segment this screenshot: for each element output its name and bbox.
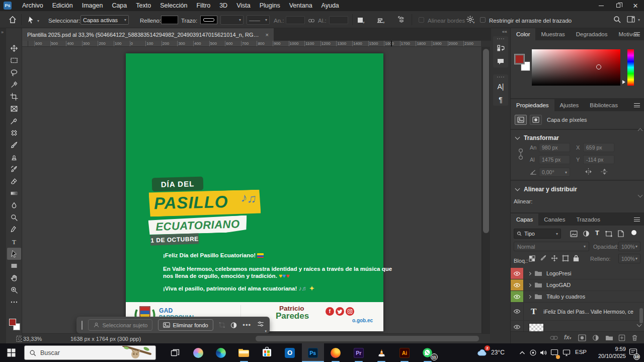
- history-panel-icon[interactable]: [497, 44, 505, 53]
- menu-vista[interactable]: Vista: [232, 0, 255, 11]
- scroll-down-icon[interactable]: [638, 193, 643, 198]
- tray-app-icon[interactable]: [550, 349, 558, 358]
- restringir-checkbox[interactable]: [480, 17, 486, 23]
- transform-y-field[interactable]: -114 px: [583, 155, 614, 164]
- vertical-scrollbar[interactable]: [481, 47, 490, 333]
- dock-drag-handle[interactable]: [497, 38, 504, 39]
- menu-archivo[interactable]: Archivo: [18, 0, 48, 11]
- stroke-width-dropdown[interactable]: ▾: [220, 15, 244, 25]
- type-tool[interactable]: T: [7, 236, 21, 248]
- filter-smart-object-icon[interactable]: [618, 230, 624, 237]
- minimize-button[interactable]: [593, 0, 610, 11]
- close-button[interactable]: ✕: [627, 0, 644, 11]
- tab-layers-canales[interactable]: Canales: [538, 213, 571, 226]
- healing-brush-tool[interactable]: [7, 127, 21, 139]
- tab-props-ajustes[interactable]: Ajustes: [554, 99, 585, 111]
- group-expand-icon[interactable]: [528, 271, 531, 275]
- tray-network-icon[interactable]: [562, 349, 571, 356]
- workspace-caret[interactable]: ▾: [638, 18, 640, 22]
- properties-panel-menu-icon[interactable]: [634, 103, 640, 107]
- adjustments-icon[interactable]: [230, 321, 237, 329]
- menu-3d[interactable]: 3D: [215, 0, 232, 11]
- properties-sliders-icon[interactable]: ▾: [257, 320, 265, 330]
- add-mask-icon[interactable]: [578, 334, 586, 341]
- layer-visibility-toggle[interactable]: [511, 268, 524, 279]
- pixel-layer-filter-icon[interactable]: [515, 115, 527, 125]
- tab-color-degradados[interactable]: Degradados: [571, 28, 613, 40]
- new-group-icon[interactable]: [605, 335, 613, 341]
- link-dimensions-icon[interactable]: [308, 17, 315, 26]
- layer-row-logogad[interactable]: LogoGAD: [511, 279, 644, 291]
- lock-position-icon[interactable]: [551, 255, 558, 262]
- ruler-origin-corner[interactable]: [22, 41, 28, 47]
- object-selection-tool[interactable]: [7, 79, 21, 91]
- document-tab[interactable]: Plantilla 2025.psd al 33,3% (504664122_5…: [22, 28, 274, 41]
- canvas-pasteboard[interactable]: DÍA DEL PASILLO ♪♫ ECUATORIANO 1 DE OCTU…: [22, 47, 481, 333]
- new-layer-icon[interactable]: [618, 334, 625, 341]
- layer-name[interactable]: iFeliz Día del Pas... Valle Hermoso, ce: [543, 309, 633, 315]
- transform-section-header[interactable]: Transformar: [516, 133, 559, 142]
- filter-type-icon[interactable]: T: [595, 229, 599, 237]
- filter-adjustment-icon[interactable]: [583, 230, 590, 237]
- taskbar-illustrator[interactable]: Ai: [393, 343, 416, 362]
- color-field[interactable]: [532, 49, 620, 86]
- hand-tool[interactable]: [7, 272, 21, 284]
- close-tab-icon[interactable]: ×: [266, 32, 269, 38]
- gear-icon[interactable]: ▾: [466, 15, 474, 26]
- stroke-swatch[interactable]: [200, 16, 217, 24]
- taskbar-search-input[interactable]: Buscar: [24, 345, 156, 360]
- expand-panels-icon[interactable]: ««: [502, 29, 507, 34]
- alinear-bordes-checkbox[interactable]: [419, 17, 424, 23]
- horizontal-scrollbar[interactable]: [256, 336, 479, 341]
- layer-styles-icon[interactable]: fx▾: [564, 334, 571, 341]
- foreground-color-swatch[interactable]: [9, 319, 16, 326]
- tab-color-color[interactable]: Color: [511, 28, 535, 40]
- mask-filter-icon[interactable]: [530, 115, 542, 125]
- transform-icon[interactable]: [219, 321, 225, 329]
- filter-shape-icon[interactable]: [605, 231, 612, 237]
- taskbar-outlook[interactable]: O: [279, 343, 301, 362]
- menu-filtro[interactable]: Filtro: [192, 0, 215, 11]
- lasso-tool[interactable]: [7, 66, 21, 79]
- paragraph-panel-icon[interactable]: ¶: [499, 96, 503, 104]
- align-distribute-section-header[interactable]: Alinear y distribuir: [516, 184, 577, 193]
- gradient-tool[interactable]: [7, 187, 21, 199]
- taskbar-task-view[interactable]: [164, 343, 186, 362]
- canvas-artboard[interactable]: DÍA DEL PASILLO ♪♫ ECUATORIANO 1 DE OCTU…: [126, 53, 383, 331]
- flip-horizontal-icon[interactable]: [584, 168, 593, 176]
- seleccionar-dropdown[interactable]: Capas activas▾: [80, 15, 129, 25]
- brush-tool[interactable]: [7, 139, 21, 151]
- dock-drag-handle[interactable]: [497, 77, 504, 78]
- fill-swatch[interactable]: [161, 16, 178, 24]
- status-prev-icon[interactable]: ‹: [132, 336, 134, 342]
- menu-plugins[interactable]: Plugins: [255, 0, 285, 11]
- link-width-height-icon[interactable]: [518, 147, 524, 161]
- taskbar-firefox[interactable]: [325, 343, 347, 362]
- eyedropper-tool[interactable]: [7, 115, 21, 127]
- more-options-icon[interactable]: •••: [243, 321, 251, 329]
- layer-row[interactable]: [511, 321, 644, 331]
- horizontal-ruler[interactable]: 6005004003002001000100200300400500600700…: [22, 41, 481, 47]
- menu-seleccion[interactable]: Selección: [155, 0, 192, 11]
- tab-props-bibliotecas[interactable]: Bibliotecas: [584, 99, 623, 111]
- menu-imagen[interactable]: Imagen: [77, 0, 108, 11]
- context-bar-drag-handle[interactable]: [82, 321, 83, 330]
- restore-button[interactable]: [610, 0, 627, 11]
- taskbar-premiere[interactable]: Pr: [348, 343, 370, 362]
- taskbar-edge[interactable]: [210, 343, 232, 362]
- layer-row-logopresi[interactable]: LogoPresi: [511, 268, 644, 279]
- filter-toggle-icon[interactable]: [631, 230, 636, 235]
- layer-name[interactable]: LogoPresi: [546, 270, 572, 276]
- taskbar-vlc[interactable]: [370, 343, 392, 362]
- comments-panel-icon[interactable]: [497, 58, 505, 65]
- delete-layer-icon[interactable]: [631, 334, 638, 341]
- layer-visibility-toggle[interactable]: [511, 291, 524, 302]
- search-highlight-sloth-image[interactable]: [120, 346, 153, 360]
- layer-row-titulo-y-cuadros[interactable]: Titulo y cuadros: [511, 291, 644, 303]
- taskbar-store[interactable]: [256, 343, 278, 362]
- move-tool[interactable]: [7, 42, 21, 54]
- foreground-background-swatches[interactable]: [9, 318, 21, 331]
- group-expand-icon[interactable]: [528, 295, 531, 298]
- tray-clock[interactable]: 9:59 20/10/2025: [588, 346, 626, 359]
- tool-dropdown-caret[interactable]: ▾: [37, 19, 39, 23]
